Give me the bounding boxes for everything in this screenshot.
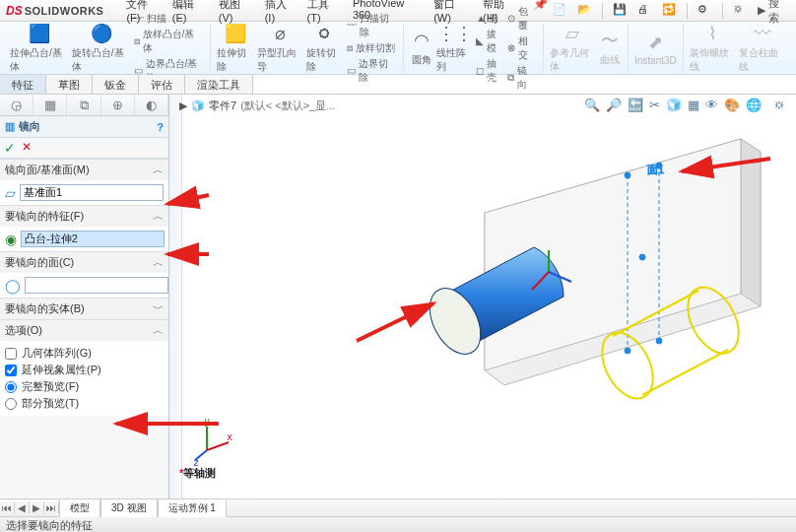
cmd-mirror[interactable]: ⧉镜向	[507, 64, 536, 92]
open-icon[interactable]: 📂	[577, 3, 592, 19]
separator	[722, 3, 723, 19]
cancel-button[interactable]: ✕	[22, 140, 32, 156]
section-mirror-plane-header[interactable]: 镜向面/基准面(M) ︿	[0, 160, 168, 180]
top-bar: DS SOLIDWORKS 文件(F) 编辑(E) 视图(V) 插入(I) 工具…	[0, 0, 796, 22]
bottom-tab-motion[interactable]: 运动算例 1	[158, 499, 227, 517]
cmd-linear-pattern[interactable]: ⋮⋮线性阵列	[436, 22, 474, 74]
ribbon-feature-sub2: ⊙包覆 ⊗相交 ⧉镜向	[507, 5, 536, 92]
bottom-tab-model[interactable]: 模型	[59, 499, 100, 517]
print-icon[interactable]: 🖨	[637, 3, 652, 19]
cmd-curves[interactable]: 〜曲线	[598, 29, 622, 67]
features-field[interactable]	[21, 231, 165, 247]
tab-next-icon[interactable]: ▶	[30, 502, 44, 513]
section-faces-header[interactable]: 要镜向的面(C) ︿	[0, 252, 168, 273]
section-features-header[interactable]: 要镜向的特征(F) ︿	[0, 206, 168, 227]
cmd-fillet[interactable]: ◠圆角	[410, 29, 433, 67]
pm-ok-cancel: ✓ ✕	[0, 138, 168, 159]
bottom-tab-strip: ⏮ ◀ ▶ ⏭ 模型 3D 视图 运动算例 1	[0, 499, 796, 516]
tab-evaluate[interactable]: 评估	[139, 75, 185, 94]
section-faces-label: 要镜向的面(C)	[5, 255, 74, 270]
cmd-extrude-cut[interactable]: 🟨拉伸切除	[217, 22, 254, 74]
cmd-shell[interactable]: ◻抽壳	[476, 57, 504, 85]
tab-features[interactable]: 特征	[0, 75, 46, 94]
faces-field[interactable]	[25, 277, 168, 294]
graphics-viewport[interactable]: ▶ 🧊 零件7 (默认< <默认>_显... 🔍 🔎 🔙 ✂ 🧊 ▦ 👁 🎨 🌐…	[169, 95, 796, 499]
logo-text: SOLIDWORKS	[25, 5, 104, 17]
cmd-sweep[interactable]: 〰扫描	[134, 12, 204, 26]
tab-sheetmetal[interactable]: 钣金	[93, 75, 139, 94]
help-icon[interactable]: ?	[157, 121, 164, 133]
section-bodies: 要镜向的实体(B) ﹀	[0, 298, 168, 319]
pm-tab-appearance[interactable]: ◐	[135, 95, 168, 115]
bottom-tab-3dview[interactable]: 3D 视图	[100, 499, 158, 517]
ok-button[interactable]: ✓	[4, 140, 16, 156]
cmd-sweep-cut[interactable]: 〰扫描切除	[347, 12, 396, 39]
ribbon-group-cut: 🟨拉伸切除 ⌀异型孔向导 ⭘旋转切除 〰扫描切除 ⧈放样切割 ▭边界切除	[211, 24, 404, 72]
cmd-ref-geom[interactable]: ▱参考几何体	[550, 22, 595, 74]
svg-line-22	[207, 442, 229, 450]
chk-prop-visual[interactable]: 延伸视象属性(P)	[5, 362, 164, 378]
cmd-instant3d[interactable]: ⬈Instant3D	[634, 31, 677, 66]
cmd-boundary-cut[interactable]: ▭边界切除	[347, 57, 396, 85]
ribbon-group-feature: ◠圆角 ⋮⋮线性阵列 ▲筋 ◣拔模 ◻抽壳 ⊙包覆 ⊗相交 ⧉镜向	[404, 24, 544, 72]
tab-first-icon[interactable]: ⏮	[0, 502, 15, 513]
tab-prev-icon[interactable]: ◀	[15, 502, 30, 513]
command-tab-strip: 特征 草图 钣金 评估 渲染工具	[0, 75, 796, 95]
radio-full-preview[interactable]: 完整预览(F)	[5, 378, 164, 395]
options-icon[interactable]: ⚙	[697, 3, 712, 19]
svg-line-17	[642, 350, 728, 395]
tab-render[interactable]: 渲染工具	[185, 75, 253, 94]
ribbon-group-thread: ⌇装饰螺纹线 〰复合柱曲线	[684, 24, 792, 72]
separator	[602, 3, 603, 19]
svg-text:x: x	[227, 432, 232, 442]
section-features-label: 要镜向的特征(F)	[5, 209, 84, 224]
cmd-composite-curve[interactable]: 〰复合柱曲线	[739, 22, 786, 74]
cmd-wrap[interactable]: ⊙包覆	[507, 5, 536, 33]
cmd-loft-cut[interactable]: ⧈放样切割	[347, 41, 396, 55]
section-bodies-label: 要镜向的实体(B)	[5, 301, 85, 316]
radio-partial-preview[interactable]: 部分预览(T)	[5, 395, 164, 412]
cmd-draft[interactable]: ◣拔模	[476, 28, 504, 55]
svg-marker-1	[741, 139, 761, 306]
datum-label: 面1	[647, 164, 664, 175]
status-text: 选择要镜向的特征	[6, 519, 93, 531]
section-bodies-header[interactable]: 要镜向的实体(B) ﹀	[0, 299, 168, 319]
cmd-intersect[interactable]: ⊗相交	[507, 34, 536, 62]
cmd-extrude-boss[interactable]: 🟦拉伸凸台/基体	[10, 22, 69, 74]
cmd-cosmetic-thread[interactable]: ⌇装饰螺纹线	[690, 22, 737, 74]
mirror-icon: ▥	[5, 120, 15, 133]
chevron-down-icon: ﹀	[153, 301, 164, 316]
view-triad: y x z	[193, 421, 232, 463]
pm-tab-icons: ◶ ▦ ⧉ ⊕ ◐	[0, 95, 168, 116]
model-scene: 面1	[169, 95, 790, 469]
chk-geom-pattern[interactable]: 几何体阵列(G)	[5, 345, 164, 362]
cmd-loft[interactable]: ⧈放样凸台/基体	[134, 28, 204, 55]
svg-point-8	[656, 338, 662, 344]
mirror-plane-field[interactable]	[20, 184, 164, 201]
svg-point-6	[625, 348, 630, 354]
section-options-header[interactable]: 选项(O) ︿	[0, 320, 168, 341]
svg-point-5	[625, 172, 630, 178]
pm-tab-feature-tree[interactable]: ◶	[0, 95, 33, 115]
settings-icon[interactable]: ⛭	[733, 3, 748, 19]
save-icon[interactable]: 💾	[613, 3, 628, 19]
new-icon[interactable]: 📄	[553, 3, 567, 19]
pm-title-row: ▥ 镜向 ?	[0, 116, 168, 138]
pm-tab-dim[interactable]: ⊕	[101, 95, 135, 115]
status-bar: 选择要镜向的特征	[0, 516, 796, 532]
bottom-tab-scroll: ⏮ ◀ ▶ ⏭	[0, 502, 59, 513]
cmd-revolve-cut[interactable]: ⭘旋转切除	[306, 22, 344, 74]
cmd-rib[interactable]: ▲筋	[476, 12, 504, 26]
chevron-up-icon: ︿	[153, 323, 164, 338]
pm-tab-property[interactable]: ▦	[33, 95, 67, 115]
ribbon-cut-sub: 〰扫描切除 ⧈放样切割 ▭边界切除	[347, 12, 396, 85]
app-logo: DS SOLIDWORKS	[0, 4, 109, 18]
cmd-revolve-boss[interactable]: 🔵旋转凸台/基体	[72, 22, 131, 74]
tab-sketch[interactable]: 草图	[46, 75, 93, 94]
pm-tab-config[interactable]: ⧉	[67, 95, 100, 115]
rebuild-icon[interactable]: 🔁	[662, 3, 677, 19]
section-mirror-plane-label: 镜向面/基准面(M)	[5, 163, 90, 177]
view-name-label: 等轴测	[179, 466, 216, 481]
tab-last-icon[interactable]: ⏭	[44, 502, 59, 513]
cmd-hole-wizard[interactable]: ⌀异型孔向导	[257, 22, 304, 74]
